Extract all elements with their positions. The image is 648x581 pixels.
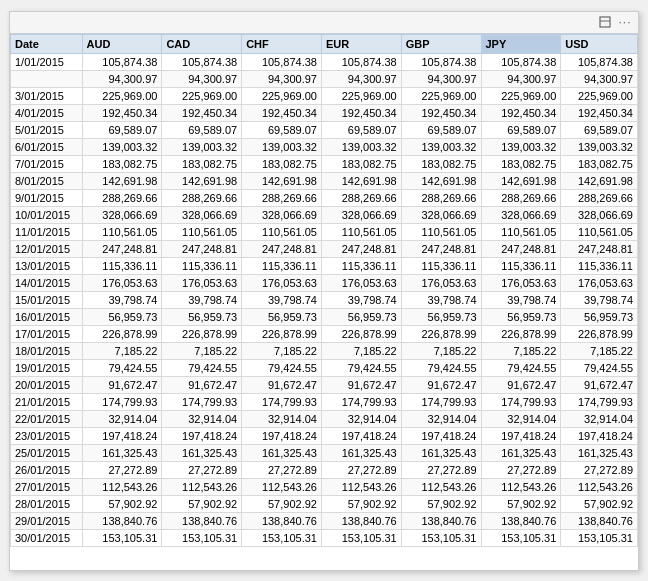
value-cell: 192,450.34	[481, 104, 561, 121]
value-cell: 183,082.75	[561, 155, 638, 172]
value-cell: 112,543.26	[481, 478, 561, 495]
value-cell: 138,840.76	[82, 512, 162, 529]
value-cell: 174,799.93	[321, 393, 401, 410]
date-cell: 3/01/2015	[11, 87, 83, 104]
date-cell: 21/01/2015	[11, 393, 83, 410]
value-cell: 247,248.81	[242, 240, 322, 257]
value-cell: 176,053.63	[321, 274, 401, 291]
value-cell: 110,561.05	[401, 223, 481, 240]
value-cell: 91,672.47	[82, 376, 162, 393]
value-cell: 328,066.69	[242, 206, 322, 223]
value-cell: 112,543.26	[561, 478, 638, 495]
value-cell: 112,543.26	[321, 478, 401, 495]
value-cell: 197,418.24	[162, 427, 242, 444]
value-cell: 192,450.34	[401, 104, 481, 121]
value-cell: 192,450.34	[321, 104, 401, 121]
date-cell: 30/01/2015	[11, 529, 83, 546]
titlebar: ···	[10, 12, 638, 34]
value-cell: 105,874.38	[481, 53, 561, 70]
value-cell: 174,799.93	[561, 393, 638, 410]
value-cell: 138,840.76	[401, 512, 481, 529]
table-row: 16/01/201556,959.7356,959.7356,959.7356,…	[11, 308, 638, 325]
value-cell: 7,185.22	[82, 342, 162, 359]
date-cell: 12/01/2015	[11, 240, 83, 257]
value-cell: 176,053.63	[242, 274, 322, 291]
value-cell: 197,418.24	[561, 427, 638, 444]
col-header-eur[interactable]: EUR	[321, 34, 401, 53]
col-header-chf[interactable]: CHF	[242, 34, 322, 53]
table-scroll[interactable]: DateAUDCADCHFEURGBPJPYUSD 1/01/2015105,8…	[10, 34, 638, 570]
date-cell: 4/01/2015	[11, 104, 83, 121]
value-cell: 110,561.05	[561, 223, 638, 240]
value-cell: 197,418.24	[401, 427, 481, 444]
date-cell: 27/01/2015	[11, 478, 83, 495]
value-cell: 32,914.04	[82, 410, 162, 427]
date-cell: 19/01/2015	[11, 359, 83, 376]
value-cell: 91,672.47	[242, 376, 322, 393]
table-row: 21/01/2015174,799.93174,799.93174,799.93…	[11, 393, 638, 410]
value-cell: 27,272.89	[162, 461, 242, 478]
value-cell: 197,418.24	[481, 427, 561, 444]
value-cell: 105,874.38	[82, 53, 162, 70]
value-cell: 225,969.00	[242, 87, 322, 104]
table-row: 17/01/2015226,878.99226,878.99226,878.99…	[11, 325, 638, 342]
value-cell: 32,914.04	[242, 410, 322, 427]
col-header-usd[interactable]: USD	[561, 34, 638, 53]
value-cell: 94,300.97	[401, 70, 481, 87]
value-cell: 328,066.69	[321, 206, 401, 223]
value-cell: 105,874.38	[162, 53, 242, 70]
value-cell: 328,066.69	[82, 206, 162, 223]
col-header-date[interactable]: Date	[11, 34, 83, 53]
value-cell: 69,589.07	[481, 121, 561, 138]
value-cell: 91,672.47	[561, 376, 638, 393]
table-container: DateAUDCADCHFEURGBPJPYUSD 1/01/2015105,8…	[10, 34, 638, 570]
resize-icon[interactable]	[598, 15, 612, 29]
value-cell: 27,272.89	[321, 461, 401, 478]
value-cell: 115,336.11	[321, 257, 401, 274]
value-cell: 105,874.38	[242, 53, 322, 70]
date-cell: 13/01/2015	[11, 257, 83, 274]
value-cell: 226,878.99	[561, 325, 638, 342]
svg-rect-0	[600, 17, 610, 27]
value-cell: 138,840.76	[321, 512, 401, 529]
value-cell: 139,003.32	[561, 138, 638, 155]
value-cell: 197,418.24	[321, 427, 401, 444]
date-cell: 1/01/2015	[11, 53, 83, 70]
value-cell: 161,325.43	[82, 444, 162, 461]
value-cell: 288,269.66	[162, 189, 242, 206]
date-cell: 5/01/2015	[11, 121, 83, 138]
value-cell: 153,105.31	[401, 529, 481, 546]
col-header-gbp[interactable]: GBP	[401, 34, 481, 53]
table-row: 28/01/201557,902.9257,902.9257,902.9257,…	[11, 495, 638, 512]
value-cell: 79,424.55	[162, 359, 242, 376]
value-cell: 105,874.38	[321, 53, 401, 70]
table-row: 6/01/2015139,003.32139,003.32139,003.321…	[11, 138, 638, 155]
value-cell: 110,561.05	[82, 223, 162, 240]
value-cell: 115,336.11	[561, 257, 638, 274]
value-cell: 112,543.26	[401, 478, 481, 495]
col-header-aud[interactable]: AUD	[82, 34, 162, 53]
value-cell: 225,969.00	[561, 87, 638, 104]
value-cell: 183,082.75	[82, 155, 162, 172]
table-row: 8/01/2015142,691.98142,691.98142,691.981…	[11, 172, 638, 189]
value-cell: 57,902.92	[561, 495, 638, 512]
value-cell: 192,450.34	[242, 104, 322, 121]
value-cell: 247,248.81	[321, 240, 401, 257]
value-cell: 183,082.75	[481, 155, 561, 172]
value-cell: 288,269.66	[561, 189, 638, 206]
value-cell: 7,185.22	[321, 342, 401, 359]
more-icon[interactable]: ···	[618, 15, 632, 29]
value-cell: 94,300.97	[561, 70, 638, 87]
table-row: 19/01/201579,424.5579,424.5579,424.5579,…	[11, 359, 638, 376]
col-header-jpy[interactable]: JPY	[481, 34, 561, 53]
value-cell: 174,799.93	[481, 393, 561, 410]
col-header-cad[interactable]: CAD	[162, 34, 242, 53]
table-row: 7/01/2015183,082.75183,082.75183,082.751…	[11, 155, 638, 172]
date-cell: 6/01/2015	[11, 138, 83, 155]
value-cell: 161,325.43	[321, 444, 401, 461]
value-cell: 7,185.22	[242, 342, 322, 359]
value-cell: 27,272.89	[561, 461, 638, 478]
table-row: 26/01/201527,272.8927,272.8927,272.8927,…	[11, 461, 638, 478]
date-cell: 29/01/2015	[11, 512, 83, 529]
value-cell: 161,325.43	[481, 444, 561, 461]
